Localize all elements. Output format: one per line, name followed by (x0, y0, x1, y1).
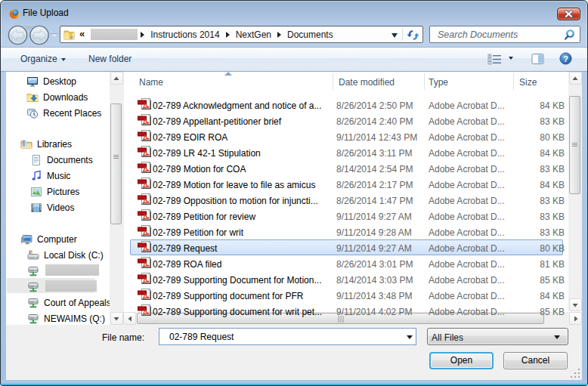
svg-text:?: ? (563, 54, 568, 63)
